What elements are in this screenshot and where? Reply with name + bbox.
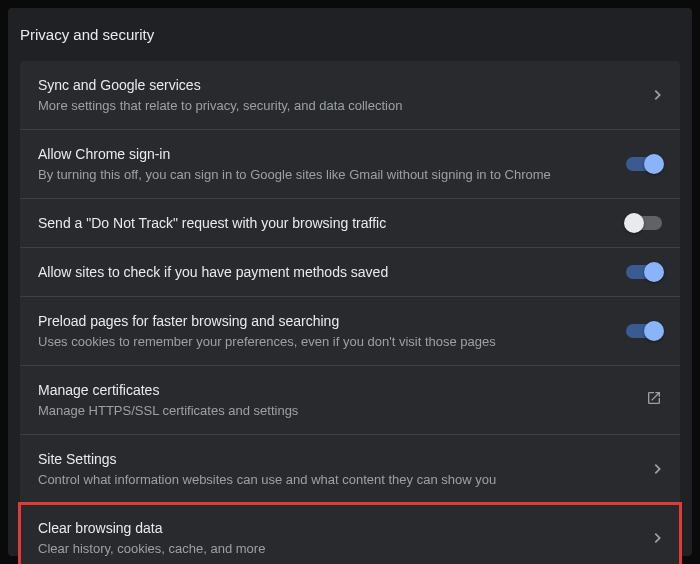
row-action	[622, 265, 662, 279]
row-subtitle: Manage HTTPS/SSL certificates and settin…	[38, 402, 606, 420]
row-site-settings[interactable]: Site Settings Control what information w…	[20, 435, 680, 504]
row-action	[622, 460, 662, 478]
toggle-knob	[624, 213, 644, 233]
row-title: Send a "Do Not Track" request with your …	[38, 213, 606, 233]
row-text: Preload pages for faster browsing and se…	[38, 311, 622, 351]
chevron-right-icon	[654, 460, 662, 478]
row-action	[622, 324, 662, 338]
row-allow-chrome-signin[interactable]: Allow Chrome sign-in By turning this off…	[20, 130, 680, 199]
row-manage-certificates[interactable]: Manage certificates Manage HTTPS/SSL cer…	[20, 366, 680, 435]
row-action	[622, 529, 662, 547]
row-text: Allow sites to check if you have payment…	[38, 262, 622, 282]
row-do-not-track[interactable]: Send a "Do Not Track" request with your …	[20, 199, 680, 248]
section-title: Privacy and security	[8, 8, 692, 61]
toggle-knob	[644, 154, 664, 174]
toggle-do-not-track[interactable]	[626, 216, 662, 230]
row-title: Clear browsing data	[38, 518, 606, 538]
row-title: Allow Chrome sign-in	[38, 144, 606, 164]
toggle-knob	[644, 321, 664, 341]
toggle-preload-pages[interactable]	[626, 324, 662, 338]
row-text: Allow Chrome sign-in By turning this off…	[38, 144, 622, 184]
row-payment-methods[interactable]: Allow sites to check if you have payment…	[20, 248, 680, 297]
external-link-icon	[646, 390, 662, 410]
row-title: Site Settings	[38, 449, 606, 469]
settings-panel: Privacy and security Sync and Google ser…	[8, 8, 692, 556]
chevron-right-icon	[654, 529, 662, 547]
chevron-right-icon	[654, 86, 662, 104]
row-title: Allow sites to check if you have payment…	[38, 262, 606, 282]
row-action	[622, 86, 662, 104]
row-title: Preload pages for faster browsing and se…	[38, 311, 606, 331]
row-title: Manage certificates	[38, 380, 606, 400]
row-text: Clear browsing data Clear history, cooki…	[38, 518, 622, 558]
row-title: Sync and Google services	[38, 75, 606, 95]
row-clear-browsing-data[interactable]: Clear browsing data Clear history, cooki…	[20, 504, 680, 564]
row-subtitle: By turning this off, you can sign in to …	[38, 166, 606, 184]
row-text: Send a "Do Not Track" request with your …	[38, 213, 622, 233]
toggle-allow-chrome-signin[interactable]	[626, 157, 662, 171]
row-subtitle: Control what information websites can us…	[38, 471, 606, 489]
row-action	[622, 390, 662, 410]
row-text: Sync and Google services More settings t…	[38, 75, 622, 115]
row-text: Manage certificates Manage HTTPS/SSL cer…	[38, 380, 622, 420]
row-preload-pages[interactable]: Preload pages for faster browsing and se…	[20, 297, 680, 366]
toggle-payment-methods[interactable]	[626, 265, 662, 279]
row-subtitle: Clear history, cookies, cache, and more	[38, 540, 606, 558]
row-action	[622, 157, 662, 171]
settings-card: Sync and Google services More settings t…	[20, 61, 680, 564]
row-action	[622, 216, 662, 230]
toggle-knob	[644, 262, 664, 282]
row-subtitle: Uses cookies to remember your preference…	[38, 333, 606, 351]
row-sync-google-services[interactable]: Sync and Google services More settings t…	[20, 61, 680, 130]
row-text: Site Settings Control what information w…	[38, 449, 622, 489]
row-subtitle: More settings that relate to privacy, se…	[38, 97, 606, 115]
